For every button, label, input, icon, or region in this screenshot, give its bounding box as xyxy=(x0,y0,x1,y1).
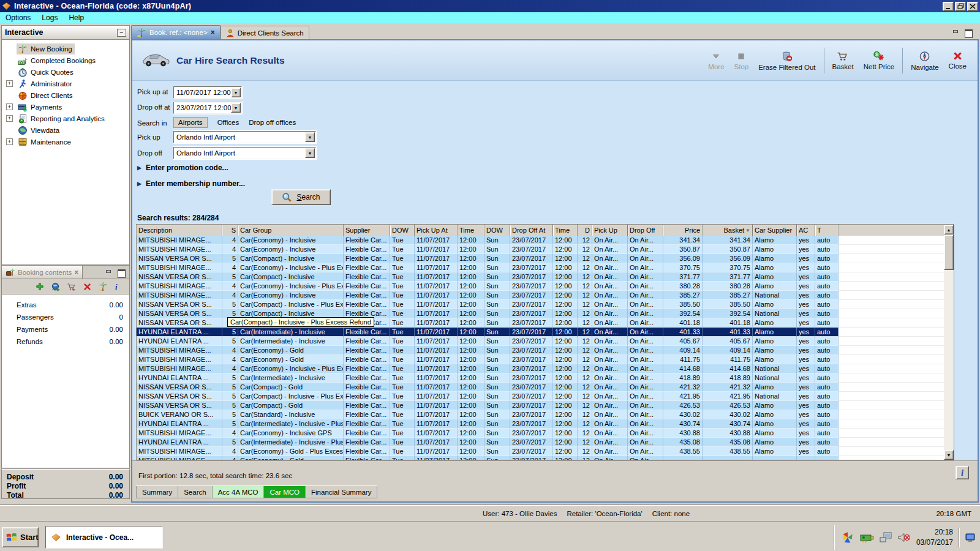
search-in-drop-off-offices[interactable]: Drop off offices xyxy=(249,119,296,126)
editor-maximize-button[interactable] xyxy=(964,29,973,36)
column-header-t[interactable]: T xyxy=(815,225,839,236)
column-header-dow[interactable]: DOW xyxy=(390,225,415,236)
table-row[interactable]: NISSAN VERSA OR S...5Car(Compact) - Incl… xyxy=(137,300,945,309)
panel-maximize-button[interactable] xyxy=(117,269,126,276)
basket-button[interactable]: Basket xyxy=(827,51,859,70)
dropoff-location-dropdown-icon[interactable]: ▼ xyxy=(305,148,315,158)
network-pc-icon[interactable] xyxy=(879,531,892,544)
refresh-globe-icon[interactable] xyxy=(51,282,60,291)
column-header-time[interactable]: Time xyxy=(553,225,578,236)
table-row[interactable]: HYUNDAI ELANTRA ...5Car(Intermediate) - … xyxy=(137,419,945,429)
column-header-dow[interactable]: DOW xyxy=(484,225,510,236)
expand-toggle-icon[interactable]: + xyxy=(6,138,13,145)
column-header-drop-off[interactable]: Drop Off xyxy=(628,225,663,236)
table-row[interactable]: MITSUBISHI MIRAGE...4Car(Economy) - Incl… xyxy=(137,263,945,272)
start-button[interactable]: Start xyxy=(2,527,39,547)
column-header-pick-up-at[interactable]: Pick Up At xyxy=(415,225,458,236)
bottom-tab-car-mco[interactable]: Car MCO xyxy=(264,486,306,498)
pickup-location-dropdown-icon[interactable]: ▼ xyxy=(305,132,315,142)
collapse-panel-button[interactable]: − xyxy=(117,29,126,37)
menu-help[interactable]: Help xyxy=(63,13,89,23)
search-in-offices[interactable]: Offices xyxy=(217,119,239,126)
dropoff-at-field[interactable]: 23/07/2017 12:00 ▼ xyxy=(173,102,242,114)
table-row[interactable]: BUICK VERANO OR S...5Car(Standard) - Inc… xyxy=(137,410,945,419)
search-in-airports[interactable]: Airports xyxy=(173,117,208,128)
table-row[interactable]: NISSAN VERSA OR S...5Car(Compact) - Incl… xyxy=(137,254,945,263)
navigate-button[interactable]: Navigate xyxy=(906,51,943,71)
palm-tree-icon[interactable] xyxy=(98,282,108,291)
bottom-tab-acc-4a-mco[interactable]: Acc 4A MCO xyxy=(213,486,265,498)
column-header-description[interactable]: Description xyxy=(137,225,222,236)
basket-add-icon[interactable] xyxy=(67,282,77,291)
sidebar-item-reporting-and-analytics[interactable]: +Reporting and Analytics xyxy=(2,113,129,124)
close-button[interactable] xyxy=(967,2,978,11)
close-tab-icon[interactable]: × xyxy=(74,268,78,277)
table-row[interactable]: HYUNDAI ELANTRA ...5Car(Intermediate) - … xyxy=(137,373,945,383)
panel-minimize-button[interactable] xyxy=(105,269,113,276)
column-header-drop-off-at[interactable]: Drop Off At xyxy=(510,225,553,236)
erase-filtered-out-button[interactable]: Erase Filtered Out xyxy=(753,51,820,71)
network-card-icon[interactable] xyxy=(859,531,874,544)
table-row[interactable]: NISSAN VERSA OR S...5Car(Compact) - Gold… xyxy=(137,383,945,392)
restore-button[interactable] xyxy=(955,2,966,11)
dropoff-location-field[interactable]: Orlando Intl Airport ▼ xyxy=(173,147,316,159)
menu-options[interactable]: Options xyxy=(0,13,36,23)
sidebar-item-viewdata[interactable]: Viewdata xyxy=(2,124,129,136)
info-button[interactable]: i xyxy=(956,466,969,479)
table-row[interactable]: MITSUBISHI MIRAGE...4Car(Economy) - Incl… xyxy=(137,364,945,373)
table-row[interactable]: NISSAN VERSA OR S...5Car(Compact) - Incl… xyxy=(137,392,945,401)
tab-book-ref-none[interactable]: Book. ref.: <none>× xyxy=(131,25,221,39)
sidebar-item-completed-bookings[interactable]: Completed Bookings xyxy=(2,54,129,66)
table-row[interactable]: NISSAN VERSA OR S...5Car(Compact) - Incl… xyxy=(137,272,945,282)
table-row[interactable]: HYUNDAI ELANTRA ...5Car(Intermediate) - … xyxy=(137,337,945,346)
column-header-s[interactable]: S xyxy=(222,225,238,236)
column-header-d[interactable]: D xyxy=(578,225,592,236)
expand-toggle-icon[interactable]: + xyxy=(6,80,13,87)
minimize-button[interactable] xyxy=(943,2,954,11)
bottom-tab-summary[interactable]: Summary xyxy=(136,486,178,498)
volume-muted-icon[interactable] xyxy=(897,531,911,544)
antivirus-icon[interactable] xyxy=(841,531,854,544)
column-header-time[interactable]: Time xyxy=(458,225,484,236)
editor-minimize-button[interactable] xyxy=(952,29,960,36)
booking-contents-tab[interactable]: Booking contents × xyxy=(2,266,83,279)
close-tab-icon[interactable]: × xyxy=(211,28,215,37)
table-row[interactable]: MITSUBISHI MIRAGE...4Car(Economy) - Incl… xyxy=(137,429,945,438)
menu-logs[interactable]: Logs xyxy=(36,13,63,23)
table-row[interactable]: HYUNDAI ELANTRA ...5Car(Intermediate) - … xyxy=(137,328,945,337)
taskbar-app-button[interactable]: Interactive - Ocea... xyxy=(45,526,163,549)
info-icon[interactable]: i xyxy=(115,282,119,291)
show-desktop-icon[interactable] xyxy=(965,533,975,542)
pickup-location-field[interactable]: Orlando Intl Airport ▼ xyxy=(173,131,316,143)
close-button[interactable]: Close xyxy=(944,51,971,70)
column-header-pick-up[interactable]: Pick Up xyxy=(592,225,628,236)
table-row[interactable]: HYUNDAI ELANTRA ...5Car(Intermediate) - … xyxy=(137,438,945,447)
sidebar-item-direct-clients[interactable]: Direct Clients xyxy=(2,89,129,101)
scroll-down-icon[interactable]: ▼ xyxy=(944,450,954,460)
sidebar-item-administrator[interactable]: +Administrator xyxy=(2,78,129,89)
membership-number-expander[interactable]: ▶ Enter membership number... xyxy=(137,179,245,188)
expand-toggle-icon[interactable]: + xyxy=(6,103,13,110)
sidebar-item-quick-quotes[interactable]: Quick Quotes xyxy=(2,66,129,78)
sidebar-item-maintenance[interactable]: +Maintenance xyxy=(2,136,129,148)
vertical-scrollbar[interactable]: ▲ ▼ xyxy=(944,225,954,460)
table-row[interactable]: MITSUBISHI MIRAGE...4Car(Economy) - Gold… xyxy=(137,355,945,364)
promotion-code-expander[interactable]: ▶ Enter promotion code... xyxy=(137,163,228,172)
tab-direct-clients-search[interactable]: Direct Clients Search xyxy=(221,26,309,39)
sidebar-item-payments[interactable]: +$Payments xyxy=(2,101,129,113)
table-row[interactable]: MITSUBISHI MIRAGE...4Car(Economy) - Gold… xyxy=(137,447,945,456)
nett-price-button[interactable]: $Nett Price xyxy=(859,51,900,70)
expand-toggle-icon[interactable]: + xyxy=(6,115,13,122)
column-header-price[interactable]: Price xyxy=(663,225,703,236)
table-row[interactable]: MITSUBISHI MIRAGE...4Car(Economy) - Incl… xyxy=(137,291,945,300)
dropoff-at-dropdown-icon[interactable]: ▼ xyxy=(231,103,241,113)
column-header-basket[interactable]: Basket▼ xyxy=(703,225,753,236)
pickup-at-field[interactable]: 11/07/2017 12:00 ▼ xyxy=(173,86,242,99)
pickup-at-dropdown-icon[interactable]: ▼ xyxy=(231,88,241,97)
search-button[interactable]: Search xyxy=(271,189,331,205)
bottom-tab-search[interactable]: Search xyxy=(178,486,212,498)
table-row[interactable]: MITSUBISHI MIRAGE...4Car(Economy) - Gold… xyxy=(137,456,945,460)
table-row[interactable]: MITSUBISHI MIRAGE...4Car(Economy) - Incl… xyxy=(137,236,945,245)
column-header-car-group[interactable]: Car Group xyxy=(238,225,344,236)
scrollbar-thumb[interactable] xyxy=(944,234,954,270)
